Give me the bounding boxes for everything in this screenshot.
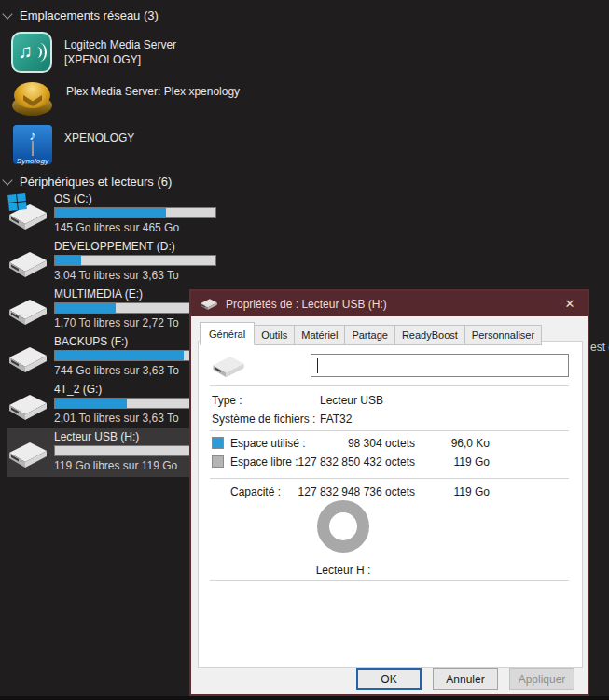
tab-partage[interactable]: Partage (344, 325, 395, 345)
usage-bytes: 127 832 948 736 octets (268, 485, 415, 498)
music-note-icon: ♪ (13, 128, 52, 142)
cancel-button[interactable]: Annuler (433, 668, 498, 690)
volume-label-field[interactable] (311, 354, 569, 377)
capacity-bar-fill (55, 208, 166, 217)
network-locations-header[interactable]: Emplacements réseau (3) (4, 8, 159, 22)
music-note-icon: ♫ (18, 40, 33, 63)
dialog-buttons: OK Annuler Appliquer (191, 664, 588, 694)
usage-bytes: 127 832 850 432 octets (268, 455, 415, 469)
hard-drive-icon (7, 390, 48, 422)
capacity-bar (54, 207, 216, 218)
drive-name: MULTIMEDIA (E:) (54, 287, 143, 301)
usb-drive-icon (7, 438, 48, 469)
usage-bytes: 98 304 octets (268, 437, 415, 450)
network-item-xpenology[interactable]: ♪ Synology XPENOLOGY (11, 125, 134, 164)
section-label: Périphériques et lecteurs (6) (20, 175, 172, 189)
logitech-media-server-icon: ♫ (11, 32, 52, 73)
hard-drive-icon (7, 247, 48, 279)
free-space-text: 744 Go libres sur 3,63 To (54, 364, 179, 377)
usage-size: 119 Go (424, 485, 490, 498)
tab-readyboost[interactable]: ReadyBoost (394, 325, 465, 345)
capacity-bar-fill (55, 399, 127, 408)
used-space-swatch (212, 437, 224, 449)
properties-dialog: Propriétés de : Lecteur USB (H:) ✕ Génér… (189, 289, 589, 696)
drive-name: 4T_2 (G:) (54, 383, 102, 396)
devices-drives-header[interactable]: Périphériques et lecteurs (6) (4, 175, 172, 189)
field-label: Type : (212, 394, 242, 407)
free-space-text: 1,70 To libres sur 2,72 To (54, 316, 179, 329)
capacity-row: Capacité : 127 832 948 736 octets 119 Go (212, 485, 569, 498)
chevron-down-icon[interactable] (2, 175, 12, 185)
separator (210, 385, 569, 386)
drive-item-c[interactable]: OS (C:) 145 Go libres sur 465 Go (7, 190, 222, 239)
drive-name: Lecteur USB (H:) (54, 430, 139, 443)
separator (210, 478, 569, 479)
network-item-logitech[interactable]: ♫ Logitech Media Server [XPENOLOGY] (11, 32, 195, 73)
general-tab-panel: Type : Lecteur USB Système de fichiers :… (198, 341, 583, 668)
drive-caption: Lecteur H : (269, 564, 418, 577)
free-space-text: 145 Go libres sur 465 Go (54, 221, 179, 234)
windows-logo-icon (7, 193, 27, 211)
free-space-text: 3,04 To libres sur 3,63 To (54, 269, 179, 282)
field-label: Système de fichiers : (212, 413, 315, 426)
synology-icon: ♪ Synology (13, 125, 52, 164)
clipped-background-text: est di (590, 341, 609, 354)
text-caret (317, 358, 318, 373)
free-space-text: 119 Go libres sur 119 Go (54, 459, 177, 472)
used-space-row: Espace utilisé : 98 304 octets 96,0 Ko (212, 437, 569, 450)
capacity-bar-fill (55, 303, 116, 313)
field-value: FAT32 (320, 413, 352, 426)
hard-drive-icon (7, 200, 48, 231)
drive-name: DEVELOPPEMENT (D:) (54, 240, 175, 253)
free-space-row: Espace libre : 127 832 850 432 octets 11… (212, 455, 569, 469)
capacity-bar-fill (55, 256, 81, 265)
hard-drive-icon (7, 343, 48, 374)
drive-item-d[interactable]: DEVELOPPEMENT (D:) 3,04 To libres sur 3,… (7, 238, 222, 287)
network-item-label: XPENOLOGY (64, 125, 134, 147)
free-space-swatch (212, 455, 224, 468)
usage-size: 119 Go (424, 455, 490, 469)
drive-icon (200, 297, 218, 311)
tab-personnaliser[interactable]: Personnaliser (464, 325, 542, 345)
capacity-bar (54, 255, 216, 266)
network-item-label: Plex Media Server: Plex xpenology (66, 78, 240, 100)
usage-donut-chart (317, 500, 369, 553)
section-label: Emplacements réseau (3) (20, 8, 159, 22)
close-icon[interactable]: ✕ (552, 291, 588, 316)
usage-size: 96,0 Ko (424, 437, 490, 450)
field-value: Lecteur USB (320, 394, 383, 407)
hard-drive-icon (7, 295, 48, 327)
free-space-text: 2,01 To libres sur 3,63 To (54, 412, 179, 425)
chevron-down-icon[interactable] (2, 8, 12, 19)
separator (210, 430, 569, 431)
tab-outils[interactable]: Outils (254, 325, 295, 345)
window-bottom-edge (0, 696, 609, 700)
drive-name: OS (C:) (54, 192, 92, 205)
tab-general[interactable]: Général (200, 322, 255, 345)
tab-bar: Général Outils Matériel Partage ReadyBoo… (200, 322, 541, 345)
dialog-titlebar[interactable]: Propriétés de : Lecteur USB (H:) ✕ (191, 291, 588, 316)
network-item-label: Logitech Media Server [XPENOLOGY] (64, 32, 195, 67)
separator (210, 580, 569, 581)
ok-button[interactable]: OK (356, 668, 422, 690)
dialog-title: Propriétés de : Lecteur USB (H:) (226, 298, 387, 311)
tab-materiel[interactable]: Matériel (294, 325, 345, 345)
drive-name: BACKUPS (F:) (54, 335, 128, 348)
network-item-plex[interactable]: Plex Media Server: Plex xpenology (11, 78, 240, 119)
plex-media-server-icon (11, 78, 54, 119)
apply-button[interactable]: Appliquer (509, 668, 574, 690)
capacity-bar-fill (55, 351, 184, 360)
volume-label-input[interactable] (317, 357, 560, 374)
usb-drive-icon (211, 353, 246, 379)
